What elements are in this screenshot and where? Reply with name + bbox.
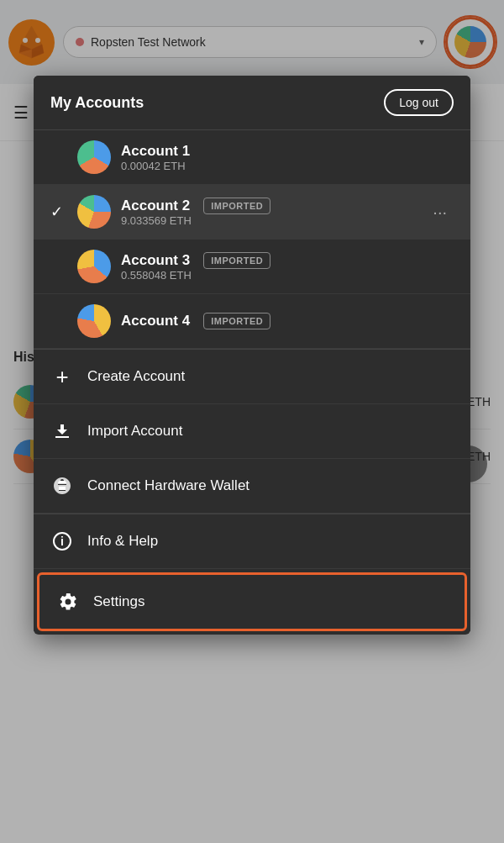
account-item-1[interactable]: Account 1 0.00042 ETH <box>34 130 470 185</box>
account-avatar-4 <box>77 304 111 338</box>
account-balance-3: 0.558048 ETH <box>121 269 454 282</box>
menu-item-hardware[interactable]: Connect Hardware Wallet <box>34 459 470 514</box>
account-avatar-2 <box>77 195 111 229</box>
settings-label: Settings <box>93 593 144 610</box>
create-account-icon: + <box>50 365 74 388</box>
panel-header: My Accounts Log out <box>34 76 470 130</box>
account-item-4[interactable]: Account 4 IMPORTED <box>34 294 470 349</box>
imported-badge-4: IMPORTED <box>203 313 270 329</box>
account-balance-2: 9.033569 ETH <box>121 214 426 227</box>
imported-badge-3: IMPORTED <box>203 252 270 269</box>
check-mark-3 <box>50 258 67 276</box>
account-info-4: Account 4 IMPORTED <box>121 313 454 329</box>
account-item-3[interactable]: Account 3 IMPORTED 0.558048 ETH <box>34 240 470 294</box>
account-info-3: Account 3 IMPORTED 0.558048 ETH <box>121 252 454 282</box>
accounts-dropdown-panel: My Accounts Log out Account 1 0.00042 ET… <box>34 76 470 635</box>
menu-section: + Create Account Import Account Connect … <box>34 350 470 631</box>
account-name-4: Account 4 <box>121 313 190 329</box>
create-account-label: Create Account <box>87 368 185 385</box>
imported-badge-2: IMPORTED <box>203 198 270 214</box>
import-account-icon <box>50 419 74 443</box>
account-info-1: Account 1 0.00042 ETH <box>121 143 454 172</box>
menu-item-settings[interactable]: Settings <box>37 572 467 631</box>
account-info-2: Account 2 IMPORTED 9.033569 ETH <box>121 198 426 227</box>
account-balance-1: 0.00042 ETH <box>121 160 454 172</box>
menu-item-info[interactable]: i Info & Help <box>34 514 470 569</box>
svg-text:i: i <box>60 535 64 548</box>
accounts-list: Account 1 0.00042 ETH ✓ Account 2 IMPORT… <box>34 130 470 349</box>
account-more-icon-2[interactable]: ··· <box>426 199 454 225</box>
info-icon: i <box>50 530 74 553</box>
menu-item-import[interactable]: Import Account <box>34 404 470 459</box>
menu-item-create[interactable]: + Create Account <box>34 350 470 404</box>
account-name-2: Account 2 <box>121 198 190 214</box>
panel-title: My Accounts <box>50 94 144 112</box>
hardware-wallet-icon <box>50 474 74 498</box>
account-name-3: Account 3 <box>121 252 190 269</box>
info-label: Info & Help <box>87 533 158 550</box>
check-mark-4 <box>50 313 67 330</box>
account-item-2[interactable]: ✓ Account 2 IMPORTED 9.033569 ETH ··· <box>34 185 470 240</box>
logout-button[interactable]: Log out <box>384 89 454 116</box>
hardware-wallet-label: Connect Hardware Wallet <box>87 477 249 494</box>
account-name-1: Account 1 <box>121 143 454 160</box>
account-avatar-1 <box>77 140 111 174</box>
account-avatar-3 <box>77 250 111 283</box>
import-account-label: Import Account <box>87 423 182 440</box>
settings-icon <box>56 590 80 614</box>
check-mark-1 <box>50 149 67 166</box>
check-mark-2: ✓ <box>50 203 67 221</box>
